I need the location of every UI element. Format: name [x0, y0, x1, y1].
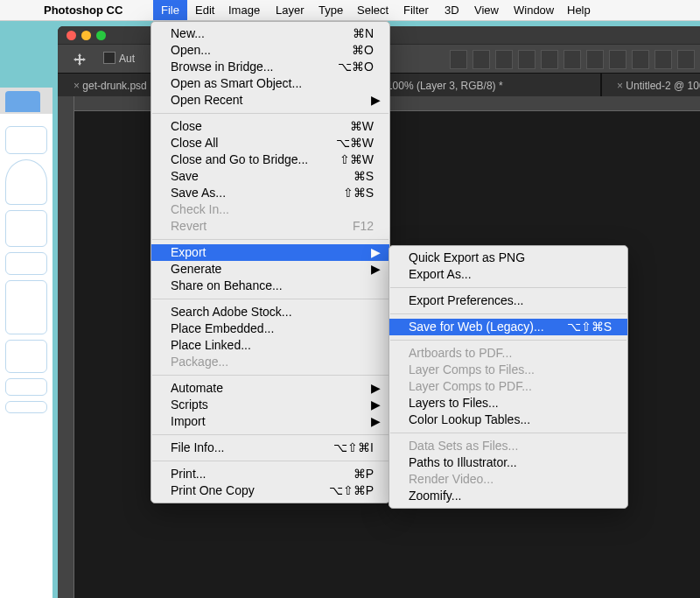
close-tab-icon[interactable]: ×	[617, 80, 623, 92]
export-menu-item-layers-to-files[interactable]: Layers to Files...	[389, 395, 627, 412]
align-button[interactable]	[632, 50, 649, 69]
submenu-arrow-icon: ▶	[371, 397, 381, 413]
menu-shortcut: ⇧⌘S	[343, 185, 374, 201]
align-button[interactable]	[541, 50, 558, 69]
menubar-item-3d[interactable]: 3D	[437, 0, 467, 20]
file-menu-item-save-as[interactable]: Save As...⇧⌘S	[151, 185, 389, 201]
file-menu-item-share-on-behance[interactable]: Share on Behance...	[151, 278, 389, 294]
file-menu-item-open-recent[interactable]: Open Recent▶	[151, 92, 389, 109]
menu-item-label: New...	[171, 26, 205, 40]
menubar-item-view[interactable]: View	[466, 0, 507, 20]
file-menu-item-scripts[interactable]: Scripts▶	[151, 397, 389, 413]
export-menu-item-export-as[interactable]: Export As...	[389, 266, 627, 283]
app-name[interactable]: Photoshop CC	[44, 4, 122, 17]
export-menu-item-quick-export-as-png[interactable]: Quick Export as PNG	[389, 250, 627, 266]
menu-separator	[152, 461, 388, 461]
submenu-arrow-icon: ▶	[371, 413, 381, 430]
file-menu-item-import[interactable]: Import▶	[151, 413, 389, 430]
close-tab-icon[interactable]: ×	[74, 80, 80, 92]
menu-shortcut: ⌘W	[350, 118, 374, 135]
menu-separator	[390, 433, 626, 433]
file-menu-item-place-linked[interactable]: Place Linked...	[151, 337, 389, 354]
auto-select-checkbox[interactable]: Aut	[103, 52, 135, 65]
move-tool-icon[interactable]	[74, 53, 86, 66]
document-tab-label: get-drunk.psd	[82, 80, 146, 92]
menu-item-label: Generate	[171, 262, 221, 276]
align-button[interactable]	[495, 50, 513, 69]
menu-item-label: Place Embedded...	[171, 321, 274, 335]
menu-item-label: Render Video...	[409, 472, 494, 486]
file-menu-item-new[interactable]: New...⌘N	[151, 25, 389, 42]
export-menu-item-export-preferences[interactable]: Export Preferences...	[389, 292, 627, 309]
export-menu-item-data-sets-as-files: Data Sets as Files...	[389, 438, 627, 454]
menu-item-label: Save for Web (Legacy)...	[409, 320, 544, 334]
file-menu-item-export[interactable]: Export▶	[151, 244, 389, 261]
file-menu-item-generate[interactable]: Generate▶	[151, 261, 389, 278]
menubar-item-select[interactable]: Select	[349, 0, 396, 20]
submenu-arrow-icon: ▶	[371, 92, 381, 109]
menu-shortcut: ⌘P	[354, 466, 374, 482]
menu-item-label: Data Sets as Files...	[409, 439, 518, 453]
align-button[interactable]	[677, 50, 695, 69]
export-menu-item-artboards-to-pdf: Artboards to PDF...	[389, 345, 627, 362]
align-button[interactable]	[518, 50, 536, 69]
document-tab[interactable]: × get-drunk.psd	[58, 74, 159, 98]
export-menu-item-zoomify[interactable]: Zoomify...	[389, 488, 627, 504]
menu-item-label: Export As...	[409, 267, 472, 281]
menubar-item-image[interactable]: Image	[220, 0, 268, 20]
menu-shortcut: ⌘O	[352, 42, 374, 59]
menu-item-label: Close and Go to Bridge...	[171, 152, 308, 166]
file-menu-item-file-info[interactable]: File Info...⌥⇧⌘I	[151, 440, 389, 456]
menu-item-label: Export Preferences...	[409, 293, 524, 307]
menubar-item-help[interactable]: Help	[559, 0, 598, 20]
menu-item-label: Zoomify...	[409, 489, 461, 503]
menubar-item-window[interactable]: Window	[506, 0, 562, 20]
file-menu-item-save[interactable]: Save⌘S	[151, 168, 389, 185]
browser-tab	[5, 91, 40, 112]
submenu-arrow-icon: ▶	[371, 380, 381, 397]
menu-item-label: Import	[171, 414, 206, 428]
export-menu-item-layer-comps-to-files: Layer Comps to Files...	[389, 362, 627, 378]
align-button[interactable]	[654, 50, 672, 69]
file-menu-item-close-all[interactable]: Close All⌥⌘W	[151, 135, 389, 151]
file-menu-item-print[interactable]: Print...⌘P	[151, 466, 389, 482]
menu-item-label: Quick Export as PNG	[409, 250, 525, 264]
file-menu-item-close[interactable]: Close⌘W	[151, 118, 389, 135]
file-menu-item-place-embedded[interactable]: Place Embedded...	[151, 320, 389, 337]
menu-item-label: Open as Smart Object...	[171, 76, 302, 90]
menubar-item-layer[interactable]: Layer	[268, 0, 312, 20]
align-button[interactable]	[609, 50, 626, 69]
file-menu-item-close-and-go-to-bridge[interactable]: Close and Go to Bridge...⇧⌘W	[151, 151, 389, 168]
menubar-item-edit[interactable]: Edit	[187, 0, 222, 20]
menu-item-label: Open...	[171, 43, 211, 57]
align-button[interactable]	[586, 50, 604, 69]
menu-item-label: Paths to Illustrator...	[409, 455, 517, 469]
menu-shortcut: ⌥⇧⌘I	[333, 440, 374, 456]
export-menu-item-color-lookup-tables[interactable]: Color Lookup Tables...	[389, 412, 627, 428]
menubar-item-filter[interactable]: Filter	[396, 0, 437, 20]
align-button[interactable]	[472, 50, 490, 69]
align-button[interactable]	[450, 50, 467, 69]
menu-item-label: Automate	[171, 381, 223, 395]
menubar-item-type[interactable]: Type	[311, 0, 351, 20]
file-menu-item-search-adobe-stock[interactable]: Search Adobe Stock...	[151, 304, 389, 320]
traffic-light-zoom[interactable]	[96, 31, 106, 40]
export-menu-item-save-for-web-legacy[interactable]: Save for Web (Legacy)...⌥⇧⌘S	[389, 319, 627, 335]
browser-tabstrip	[0, 88, 52, 114]
file-menu-item-package: Package...	[151, 354, 389, 370]
document-tab[interactable]: × Untitled-2 @ 100	[600, 74, 700, 98]
file-menu-dropdown: New...⌘NOpen...⌘OBrowse in Bridge...⌥⌘OO…	[150, 21, 390, 503]
file-menu-item-open-as-smart-object[interactable]: Open as Smart Object...	[151, 75, 389, 92]
menu-item-label: Save As...	[171, 186, 226, 200]
ruler-vertical[interactable]	[58, 96, 74, 598]
menu-separator	[152, 299, 388, 299]
file-menu-item-print-one-copy[interactable]: Print One Copy⌥⇧⌘P	[151, 482, 389, 499]
export-menu-item-paths-to-illustrator[interactable]: Paths to Illustrator...	[389, 454, 627, 471]
traffic-light-close[interactable]	[66, 31, 76, 40]
align-button[interactable]	[564, 50, 581, 69]
menubar-item-file[interactable]: File	[153, 0, 187, 20]
traffic-light-minimize[interactable]	[81, 31, 91, 40]
file-menu-item-automate[interactable]: Automate▶	[151, 380, 389, 397]
file-menu-item-browse-in-bridge[interactable]: Browse in Bridge...⌥⌘O	[151, 59, 389, 75]
file-menu-item-open[interactable]: Open...⌘O	[151, 42, 389, 59]
